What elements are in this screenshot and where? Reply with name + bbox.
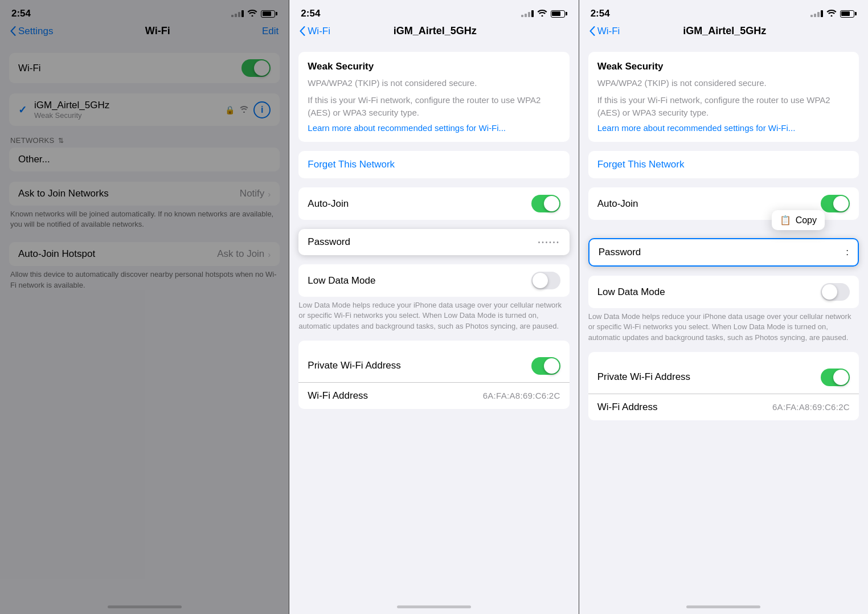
content-2: Weak Security WPA/WPA2 (TKIP) is not con… bbox=[289, 43, 578, 601]
status-time-2: 2:54 bbox=[301, 8, 320, 19]
network-name: iGM_Airtel_5GHz bbox=[34, 100, 219, 111]
svg-point-2 bbox=[541, 15, 543, 17]
content-1: Wi-Fi ✓ iGM_Airtel_5GHz Weak Security bbox=[0, 43, 289, 601]
svg-point-0 bbox=[252, 15, 253, 17]
wifi-address-value-2: 6A:FA:A8:69:C6:2C bbox=[483, 391, 560, 400]
toggle-knob-pw2 bbox=[544, 358, 559, 374]
auto-join-hotspot-group: Auto-Join Hotspot Ask to Join › bbox=[9, 242, 280, 266]
wifi-status-icon-1 bbox=[247, 9, 257, 19]
weak-security-link-2[interactable]: Learn more about recommended settings fo… bbox=[308, 123, 560, 133]
auto-join-toggle-2[interactable] bbox=[531, 195, 560, 212]
page-title-2: iGM_Airtel_5GHz bbox=[394, 25, 477, 37]
networks-section: NETWORKS ⇅ Other... bbox=[0, 136, 289, 171]
ask-to-join-cell[interactable]: Ask to Join Networks Notify › bbox=[9, 182, 280, 206]
home-indicator-3 bbox=[579, 601, 868, 614]
toggle-knob-ld3 bbox=[822, 284, 837, 300]
signal-icon-2 bbox=[521, 10, 534, 17]
status-time-3: 2:54 bbox=[591, 8, 610, 19]
chevron-icon: › bbox=[268, 189, 271, 199]
password-value-3: : bbox=[846, 247, 849, 258]
info-button[interactable]: i bbox=[253, 101, 271, 118]
auto-join-hotspot-block: Auto-Join Hotspot Ask to Join › Allow th… bbox=[0, 242, 289, 290]
auto-join-hotspot-value: Ask to Join › bbox=[217, 248, 271, 260]
wifi-address-value-3: 6A:FA:A8:69:C6:2C bbox=[772, 402, 850, 412]
auto-join-hotspot-description: Allow this device to automatically disco… bbox=[0, 266, 289, 290]
ask-to-join-description: Known networks will be joined automatica… bbox=[0, 206, 289, 230]
weak-security-line1-3: WPA/WPA2 (TKIP) is not considered secure… bbox=[597, 77, 850, 89]
filter-icon: ⇅ bbox=[58, 137, 64, 145]
auto-join-hotspot-cell[interactable]: Auto-Join Hotspot Ask to Join › bbox=[9, 242, 280, 266]
private-wifi-toggle-2[interactable] bbox=[531, 357, 560, 375]
auto-join-toggle-3[interactable] bbox=[821, 195, 850, 212]
addr-group-2: Private Wi-Fi Address Wi-Fi Address 6A:F… bbox=[298, 341, 569, 409]
wifi-address-label-2: Wi-Fi Address bbox=[308, 390, 368, 402]
weak-security-section-3: Weak Security WPA/WPA2 (TKIP) is not con… bbox=[588, 52, 859, 142]
low-data-toggle-3[interactable] bbox=[821, 283, 850, 301]
chevron-icon-2: › bbox=[268, 249, 271, 259]
copy-icon: 📋 bbox=[780, 215, 791, 226]
auto-join-row-3: Auto-Join 📋 Copy bbox=[588, 187, 859, 220]
wifi-toggle-section: Wi-Fi bbox=[0, 53, 289, 83]
network-security: Weak Security bbox=[34, 111, 219, 120]
private-wifi-row-3: Private Wi-Fi Address bbox=[588, 361, 859, 394]
low-data-row-3: Low Data Mode bbox=[588, 276, 859, 308]
network-icons: 🔒 i bbox=[225, 101, 271, 118]
svg-point-3 bbox=[830, 15, 832, 17]
ask-to-join-block: Ask to Join Networks Notify › Known netw… bbox=[0, 182, 289, 230]
private-wifi-toggle-3[interactable] bbox=[821, 369, 850, 386]
forget-network-button-3[interactable]: Forget This Network bbox=[588, 151, 859, 178]
password-label-2: Password bbox=[308, 236, 350, 248]
home-indicator-2 bbox=[289, 601, 578, 614]
back-button-2[interactable]: Wi-Fi bbox=[300, 26, 330, 37]
wifi-signal-icon bbox=[239, 105, 249, 114]
wifi-status-icon-2 bbox=[537, 9, 547, 19]
nav-bar-1: Settings Wi-Fi Edit bbox=[0, 23, 289, 43]
password-row-2: Password •••••• bbox=[298, 229, 569, 255]
weak-security-line1-2: WPA/WPA2 (TKIP) is not considered secure… bbox=[308, 77, 560, 89]
status-icons-3 bbox=[810, 9, 857, 19]
panel-1: 2:54 Settings Wi-Fi Edit bbox=[0, 0, 289, 614]
page-title-3: iGM_Airtel_5GHz bbox=[683, 25, 766, 37]
back-button-3[interactable]: Wi-Fi bbox=[589, 26, 620, 37]
private-wifi-label-2: Private Wi-Fi Address bbox=[308, 360, 400, 371]
panel-2: 2:54 Wi-Fi iGM_Airtel_5GHz bbox=[289, 0, 578, 614]
home-bar-1 bbox=[108, 605, 182, 608]
low-data-label-2: Low Data Mode bbox=[308, 275, 375, 286]
auto-join-row-2: Auto-Join bbox=[298, 187, 569, 220]
wifi-toggle-cell: Wi-Fi bbox=[9, 53, 280, 83]
weak-security-title-3: Weak Security bbox=[597, 61, 850, 72]
low-data-label-3: Low Data Mode bbox=[597, 286, 665, 298]
networks-group: Other... bbox=[9, 148, 280, 171]
checkmark-icon: ✓ bbox=[18, 104, 28, 116]
nav-bar-3: Wi-Fi iGM_Airtel_5GHz bbox=[579, 23, 868, 43]
page-title-1: Wi-Fi bbox=[145, 25, 170, 37]
wifi-status-icon-3 bbox=[826, 9, 837, 19]
auto-join-hotspot-label: Auto-Join Hotspot bbox=[18, 248, 217, 260]
password-row-3[interactable]: Password : bbox=[588, 238, 859, 267]
toggle-knob-aj2 bbox=[544, 196, 559, 211]
toggle-knob bbox=[254, 60, 269, 76]
signal-icon-1 bbox=[231, 10, 244, 17]
edit-button-1[interactable]: Edit bbox=[262, 26, 279, 37]
content-3: Weak Security WPA/WPA2 (TKIP) is not con… bbox=[579, 43, 868, 601]
wifi-toggle[interactable] bbox=[241, 59, 271, 77]
wifi-address-row-3: Wi-Fi Address 6A:FA:A8:69:C6:2C bbox=[588, 394, 859, 420]
weak-security-link-3[interactable]: Learn more about recommended settings fo… bbox=[597, 123, 850, 133]
battery-icon-3 bbox=[840, 10, 857, 18]
password-dots-2: •••••• bbox=[538, 239, 560, 245]
back-button-1[interactable]: Settings bbox=[10, 26, 53, 37]
status-bar-3: 2:54 bbox=[579, 0, 868, 23]
copy-popup[interactable]: 📋 Copy bbox=[772, 210, 825, 230]
low-data-toggle-2[interactable] bbox=[531, 272, 560, 289]
weak-security-line2-2: If this is your Wi-Fi network, configure… bbox=[308, 94, 560, 119]
forget-network-button-2[interactable]: Forget This Network bbox=[298, 151, 569, 178]
ask-to-join-label: Ask to Join Networks bbox=[18, 188, 240, 199]
connected-network-section: ✓ iGM_Airtel_5GHz Weak Security 🔒 bbox=[0, 93, 289, 126]
svg-point-1 bbox=[243, 111, 245, 113]
connected-network-row[interactable]: ✓ iGM_Airtel_5GHz Weak Security 🔒 bbox=[9, 93, 280, 126]
low-data-section-3: Low Data Mode Low Data Mode helps reduce… bbox=[588, 276, 859, 343]
weak-security-title-2: Weak Security bbox=[308, 61, 560, 72]
other-networks-cell[interactable]: Other... bbox=[9, 148, 280, 171]
addr-group-3: Private Wi-Fi Address Wi-Fi Address 6A:F… bbox=[588, 352, 859, 420]
status-bar-1: 2:54 bbox=[0, 0, 289, 23]
